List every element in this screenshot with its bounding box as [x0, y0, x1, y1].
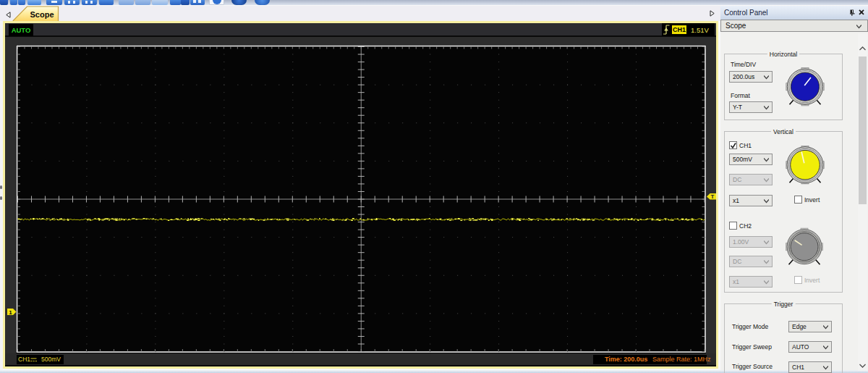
svg-text:1: 1	[9, 309, 12, 316]
svg-text:T: T	[711, 193, 715, 200]
svg-text:Scope: Scope	[30, 10, 54, 19]
